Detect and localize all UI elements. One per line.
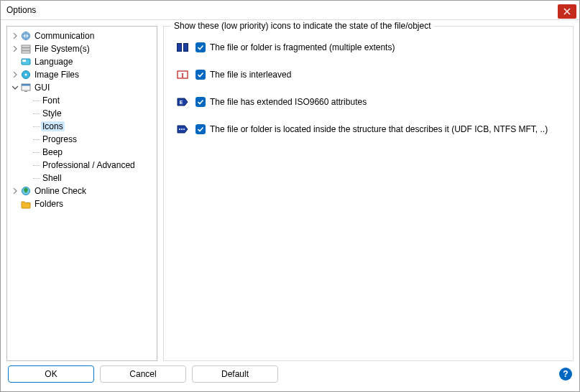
language-icon <box>20 56 32 67</box>
svg-rect-9 <box>22 84 30 86</box>
tree-item-imagefiles[interactable]: Image Files <box>9 68 155 81</box>
option-fragmented: The file or folder is fragmented (multip… <box>177 42 566 52</box>
svg-rect-3 <box>22 51 30 53</box>
titlebar: Options <box>1 1 579 20</box>
tree-item-professional-advanced[interactable]: Professional / Advanced <box>9 159 155 172</box>
tree-label: Beep <box>41 147 64 157</box>
tree-label: Font <box>41 95 61 106</box>
option-inside-structure: The file or folder is located inside the… <box>177 124 566 134</box>
tree-label: Icons <box>41 121 65 131</box>
tree-item-progress[interactable]: Progress <box>9 133 155 146</box>
checkbox-iso9660[interactable] <box>195 97 206 107</box>
tree-label: Image Files <box>33 70 80 80</box>
checkbox-inside-structure[interactable] <box>195 124 206 134</box>
tree-label: Online Check <box>33 186 88 196</box>
tree-item-filesystems[interactable]: File System(s) <box>9 42 155 55</box>
option-label: The file has extended ISO9660 attributes <box>210 97 367 107</box>
window-title: Options <box>6 5 36 15</box>
tree-item-beep[interactable]: Beep <box>9 146 155 159</box>
checkbox-interleaved[interactable] <box>195 70 206 80</box>
chevron-right-icon[interactable] <box>10 44 20 54</box>
option-label: The file is interleaved <box>210 70 291 80</box>
checkbox-fragmented[interactable] <box>195 42 206 52</box>
close-button[interactable] <box>558 4 576 19</box>
interleaved-icon: I <box>177 70 188 80</box>
inside-structure-icon <box>177 124 188 134</box>
cancel-button[interactable]: Cancel <box>100 365 186 383</box>
tree-label: Communication <box>33 31 96 41</box>
svg-rect-12 <box>178 44 182 52</box>
gui-icon <box>20 82 32 93</box>
tree-label: Progress <box>41 134 78 144</box>
svg-text:I: I <box>181 72 184 79</box>
tree-label: Professional / Advanced <box>41 160 137 170</box>
tree-item-folders[interactable]: Folders <box>9 197 155 210</box>
icons-options-group: Show these (low priority) icons to indic… <box>163 26 574 361</box>
svg-point-19 <box>181 129 183 130</box>
svg-rect-10 <box>24 91 27 92</box>
svg-point-18 <box>179 129 180 130</box>
tree-item-communication[interactable]: Communication <box>9 29 155 42</box>
dialog-button-bar: OK Cancel Default ? <box>1 361 579 391</box>
communication-icon <box>20 30 32 42</box>
fragmented-icon <box>177 42 188 52</box>
tree-item-language[interactable]: Language <box>9 55 155 68</box>
svg-point-7 <box>25 74 27 76</box>
chevron-right-icon[interactable] <box>10 31 20 41</box>
chevron-right-icon[interactable] <box>10 186 20 196</box>
svg-rect-1 <box>22 45 30 47</box>
folder-icon <box>20 198 32 210</box>
svg-rect-14 <box>182 45 183 50</box>
tree-label: Style <box>41 108 63 118</box>
svg-rect-2 <box>22 48 30 50</box>
close-icon <box>563 8 571 15</box>
tree-item-style[interactable]: Style <box>9 107 155 120</box>
svg-point-20 <box>183 129 185 130</box>
default-button[interactable]: Default <box>192 365 278 383</box>
svg-rect-13 <box>184 44 188 52</box>
ok-button[interactable]: OK <box>8 365 94 383</box>
tree-item-shell[interactable]: Shell <box>9 172 155 185</box>
iso9660-icon: E <box>177 97 188 107</box>
onlinecheck-icon <box>20 185 32 197</box>
option-label: The file or folder is fragmented (multip… <box>210 42 395 52</box>
imagefiles-icon <box>20 69 32 80</box>
svg-rect-5 <box>22 60 26 62</box>
filesystem-icon <box>20 43 32 55</box>
option-interleaved: I The file is interleaved <box>177 70 566 80</box>
tree-label: Shell <box>41 173 63 183</box>
option-label: The file or folder is located inside the… <box>210 124 548 134</box>
navigation-tree[interactable]: Communication File System(s) Language Im… <box>6 26 157 361</box>
tree-label: File System(s) <box>33 44 91 54</box>
option-iso9660: E The file has extended ISO9660 attribut… <box>177 97 566 107</box>
tree-item-gui[interactable]: GUI <box>9 81 155 94</box>
tree-item-icons[interactable]: Icons <box>9 120 155 133</box>
chevron-right-icon[interactable] <box>10 70 20 80</box>
group-legend: Show these (low priority) icons to indic… <box>171 21 434 31</box>
tree-label: Folders <box>33 199 65 209</box>
tree-item-onlinecheck[interactable]: Online Check <box>9 185 155 197</box>
tree-label: Language <box>33 57 74 67</box>
tree-label: GUI <box>33 83 51 93</box>
svg-text:E: E <box>180 100 183 105</box>
chevron-down-icon[interactable] <box>10 83 20 93</box>
tree-item-font[interactable]: Font <box>9 94 155 107</box>
help-button[interactable]: ? <box>559 368 572 381</box>
